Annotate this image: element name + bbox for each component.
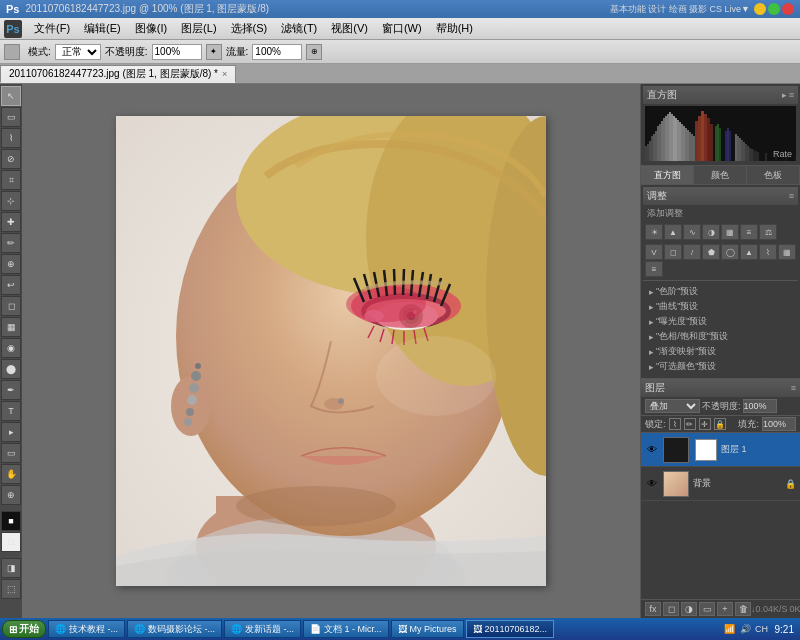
taskbar-item-0[interactable]: 🌐 技术教程 -... xyxy=(48,620,125,638)
menu-help[interactable]: 帮助(H) xyxy=(430,19,479,38)
quick-mask-btn[interactable]: ◨ xyxy=(1,558,21,578)
tool-history-brush[interactable]: ↩ xyxy=(1,275,21,295)
tool-clone[interactable]: ⊕ xyxy=(1,254,21,274)
preset-exposure[interactable]: ▸ "曝光度"预设 xyxy=(645,314,796,329)
layer-group-btn[interactable]: ▭ xyxy=(699,602,715,616)
adj-hue-sat[interactable]: ≡ xyxy=(740,224,758,240)
menu-filter[interactable]: 滤镜(T) xyxy=(275,19,323,38)
preset-huesat[interactable]: ▸ "色相/饱和度"预设 xyxy=(645,329,796,344)
tool-type[interactable]: T xyxy=(1,401,21,421)
layer-blend-mode-select[interactable]: 叠加 xyxy=(645,399,700,413)
tool-move[interactable]: ↖ xyxy=(1,86,21,106)
tool-path-select[interactable]: ▸ xyxy=(1,422,21,442)
menu-select[interactable]: 选择(S) xyxy=(225,19,274,38)
tool-preset-picker[interactable] xyxy=(4,44,20,60)
tool-shape[interactable]: ▭ xyxy=(1,443,21,463)
background-color[interactable]: □ xyxy=(1,532,21,552)
foreground-color[interactable]: ■ xyxy=(1,511,21,531)
taskbar-item-3[interactable]: 📄 文档 1 - Micr... xyxy=(303,620,389,638)
preset-curves[interactable]: ▸ "曲线"预设 xyxy=(645,299,796,314)
tablet-pressure-btn[interactable]: ⊕ xyxy=(306,44,322,60)
taskbar-item-1[interactable]: 🌐 数码摄影论坛 -... xyxy=(127,620,222,638)
flow-input[interactable] xyxy=(252,44,302,60)
adj-invert[interactable]: ◯ xyxy=(721,244,739,260)
menu-edit[interactable]: 编辑(E) xyxy=(78,19,127,38)
tool-hand[interactable]: ✋ xyxy=(1,464,21,484)
tool-select-rect[interactable]: ▭ xyxy=(1,107,21,127)
canvas-image xyxy=(116,116,546,586)
tab-color[interactable]: 颜色 xyxy=(694,166,747,184)
layer-fx-btn[interactable]: fx xyxy=(645,602,661,616)
lock-transparent-pixels[interactable]: ⌇ xyxy=(669,418,681,430)
document-tab[interactable]: 20110706182447723.jpg (图层 1, 图层蒙版/8) * × xyxy=(0,65,236,83)
adj-vibrance[interactable]: ▦ xyxy=(721,224,739,240)
layer-delete-btn[interactable]: 🗑 xyxy=(735,602,751,616)
adj-threshold[interactable]: ⌇ xyxy=(759,244,777,260)
adj-gradient-map[interactable]: ▦ xyxy=(778,244,796,260)
airbrush-toggle[interactable]: ✦ xyxy=(206,44,222,60)
layer-adjustment-btn[interactable]: ◑ xyxy=(681,602,697,616)
menu-layer[interactable]: 图层(L) xyxy=(175,19,222,38)
tab-histogram[interactable]: 直方图 xyxy=(641,166,694,184)
adj-bw[interactable]: V xyxy=(645,244,663,260)
adj-photo-filter[interactable]: ◻ xyxy=(664,244,682,260)
tool-quick-select[interactable]: ⊘ xyxy=(1,149,21,169)
layer1-visibility-toggle[interactable]: 👁 xyxy=(645,443,659,457)
tool-pen[interactable]: ✒ xyxy=(1,380,21,400)
tab-close-btn[interactable]: × xyxy=(222,69,227,79)
adj-posterize[interactable]: ▲ xyxy=(740,244,758,260)
preset-levels[interactable]: ▸ "色阶"预设 xyxy=(645,284,796,299)
menu-view[interactable]: 视图(V) xyxy=(325,19,374,38)
taskbar-item-4[interactable]: 🖼 My Pictures xyxy=(391,620,464,638)
layer-item-layer1[interactable]: 👁 图层 1 xyxy=(641,433,800,467)
menu-file[interactable]: 文件(F) xyxy=(28,19,76,38)
histogram-menu-btn[interactable]: ≡ xyxy=(789,90,794,100)
tool-crop[interactable]: ⌗ xyxy=(1,170,21,190)
background-visibility-toggle[interactable]: 👁 xyxy=(645,477,659,491)
tool-blur[interactable]: ◉ xyxy=(1,338,21,358)
close-button[interactable] xyxy=(782,3,794,15)
adj-menu-btn[interactable]: ≡ xyxy=(789,191,794,201)
layer-mask-btn[interactable]: ◻ xyxy=(663,602,679,616)
tab-swatches[interactable]: 色板 xyxy=(747,166,800,184)
adj-brightness-contrast[interactable]: ☀ xyxy=(645,224,663,240)
adj-curves[interactable]: ∿ xyxy=(683,224,701,240)
histogram-expand-btn[interactable]: ▸ xyxy=(782,90,787,100)
adj-color-balance[interactable]: ⚖ xyxy=(759,224,777,240)
tool-eyedropper[interactable]: ⊹ xyxy=(1,191,21,211)
start-button[interactable]: ⊞ 开始 xyxy=(2,620,46,638)
layer-fill-input[interactable] xyxy=(762,417,796,431)
menu-window[interactable]: 窗口(W) xyxy=(376,19,428,38)
taskbar-item-5[interactable]: 🖼 20110706182... xyxy=(466,620,555,638)
tool-lasso[interactable]: ⌇ xyxy=(1,128,21,148)
tool-brush[interactable]: ✏ xyxy=(1,233,21,253)
lock-all[interactable]: 🔒 xyxy=(714,418,726,430)
layer-new-btn[interactable]: + xyxy=(717,602,733,616)
screen-mode-btn[interactable]: ⬚ xyxy=(1,579,21,599)
adj-levels[interactable]: ▲ xyxy=(664,224,682,240)
layer-item-background[interactable]: 👁 背景 🔒 xyxy=(641,467,800,501)
tool-gradient[interactable]: ▦ xyxy=(1,317,21,337)
menu-image[interactable]: 图像(I) xyxy=(129,19,173,38)
taskbar-item-2[interactable]: 🌐 发新话题 -... xyxy=(224,620,301,638)
lock-image-pixels[interactable]: ✏ xyxy=(684,418,696,430)
adj-exposure[interactable]: ◑ xyxy=(702,224,720,240)
minimize-button[interactable] xyxy=(754,3,766,15)
preset-selective-color[interactable]: ▸ "可选颜色"预设 xyxy=(645,359,796,374)
adj-channel-mixer[interactable]: / xyxy=(683,244,701,260)
opacity-input[interactable] xyxy=(152,44,202,60)
layer-opacity-input[interactable] xyxy=(743,399,777,413)
maximize-button[interactable] xyxy=(768,3,780,15)
tool-eraser[interactable]: ◻ xyxy=(1,296,21,316)
tool-dodge[interactable]: ⬤ xyxy=(1,359,21,379)
svg-rect-87 xyxy=(739,138,741,161)
preset-gradient-map[interactable]: ▸ "渐变映射"预设 xyxy=(645,344,796,359)
adj-color-lookup[interactable]: ⬟ xyxy=(702,244,720,260)
svg-rect-69 xyxy=(687,130,689,161)
tool-zoom[interactable]: ⊕ xyxy=(1,485,21,505)
blend-mode-select[interactable]: 正常 xyxy=(55,44,101,60)
adj-selective-color[interactable]: ≡ xyxy=(645,261,663,277)
layers-menu-btn[interactable]: ≡ xyxy=(791,383,796,393)
lock-position[interactable]: ✛ xyxy=(699,418,711,430)
tool-healing[interactable]: ✚ xyxy=(1,212,21,232)
